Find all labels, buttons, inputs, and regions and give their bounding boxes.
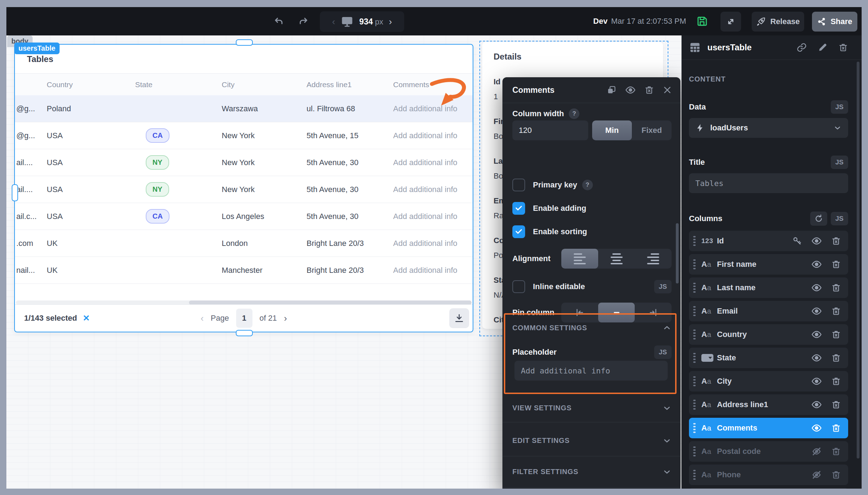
section-filter-settings[interactable]: FILTER SETTINGS — [502, 456, 680, 488]
column-header-city[interactable]: City — [215, 80, 300, 89]
placeholder-input[interactable]: Add additional info — [514, 361, 668, 381]
cell-country[interactable]: UK — [40, 239, 129, 248]
canvas[interactable]: Details Id1FirsBobLasBogEmRafCouPol.StaN… — [6, 35, 681, 489]
cell-state[interactable]: CA — [129, 128, 215, 143]
delete-component-icon[interactable] — [838, 43, 848, 52]
section-edit-settings[interactable]: EDIT SETTINGS — [502, 425, 680, 456]
align-right-option[interactable] — [635, 249, 672, 269]
cell-email[interactable]: .com — [15, 239, 40, 248]
cell-address[interactable]: Bright Lane 20/3 — [300, 239, 387, 248]
enable-sorting-checkbox[interactable] — [512, 225, 525, 238]
section-view-settings[interactable]: VIEW SETTINGS — [502, 394, 680, 422]
cell-address[interactable]: 5th Avenue, 30 — [300, 212, 387, 221]
column-item-credit-limit[interactable]: 123Credit limit — [689, 488, 848, 489]
users-table-tag[interactable]: usersTable — [14, 43, 60, 54]
table-row[interactable]: ail....USANYNew York5th Avenue, 30Add ad… — [15, 176, 473, 203]
cell-address[interactable]: 5th Avenue, 30 — [300, 185, 387, 194]
column-item-comments[interactable]: AaComments — [689, 418, 848, 438]
enable-sorting-row[interactable]: Enable sorting — [512, 225, 672, 238]
cell-state[interactable]: NY — [129, 182, 215, 197]
cell-city[interactable]: Warszawa — [215, 104, 300, 113]
visible-icon[interactable] — [811, 376, 822, 387]
column-header-address-line1[interactable]: Address line1 — [300, 80, 387, 89]
cell-city[interactable]: London — [215, 239, 300, 248]
refresh-columns-button[interactable] — [810, 212, 827, 226]
drag-handle-icon[interactable] — [693, 376, 696, 386]
help-icon[interactable]: ? — [569, 108, 579, 119]
visible-icon[interactable] — [811, 236, 822, 246]
alignment-toggle[interactable] — [561, 249, 672, 269]
drag-handle-icon[interactable] — [693, 400, 696, 410]
cell-city[interactable]: New York — [215, 185, 300, 194]
drag-handle-icon[interactable] — [693, 259, 696, 269]
primary-key-row[interactable]: Primary key ? — [512, 179, 672, 191]
prev-page-chevron[interactable]: ‹ — [201, 313, 204, 324]
column-header-comments[interactable]: Comments — [387, 80, 473, 89]
js-badge[interactable]: JS — [831, 212, 848, 225]
redo-button[interactable] — [294, 12, 313, 31]
delete-column-icon[interactable] — [831, 470, 841, 480]
cell-country[interactable]: USA — [40, 158, 129, 167]
cell-address[interactable]: Bright Lane 20/3 — [300, 266, 387, 275]
align-center-option[interactable] — [598, 249, 635, 269]
share-button[interactable]: Share — [812, 12, 857, 32]
delete-column-icon[interactable] — [831, 236, 841, 246]
delete-column-icon[interactable] — [831, 353, 841, 363]
column-item-first-name[interactable]: AaFirst name — [689, 254, 848, 275]
table-row[interactable]: @g...PolandWarszawaul. Filtrowa 68Add ad… — [15, 95, 473, 122]
drag-handle-icon[interactable] — [693, 306, 696, 316]
cell-country[interactable]: UK — [40, 266, 129, 275]
cell-address[interactable]: 5th Avenue, 15 — [300, 131, 387, 140]
fullscreen-button[interactable] — [720, 12, 741, 32]
column-header-country[interactable]: Country — [40, 80, 129, 89]
column-item-postal-code[interactable]: AaPostal code — [689, 441, 848, 462]
js-badge[interactable]: JS — [654, 280, 672, 293]
inline-editable-row[interactable]: Inline editable JS — [512, 280, 672, 293]
width-mode-toggle[interactable]: MinFixed — [592, 120, 672, 140]
inline-editable-checkbox[interactable] — [512, 280, 525, 293]
edit-icon[interactable] — [818, 43, 828, 52]
delete-column-icon[interactable] — [831, 400, 841, 410]
drag-handle-icon[interactable] — [693, 423, 696, 433]
sidebar-scrollbar[interactable] — [857, 62, 859, 459]
cell-state[interactable]: CA — [129, 209, 215, 224]
align-left-option[interactable] — [561, 249, 598, 269]
visible-icon[interactable] — [811, 423, 822, 433]
column-item-city[interactable]: AaCity — [689, 371, 848, 392]
drag-handle-icon[interactable] — [693, 353, 696, 363]
drag-handle-icon[interactable] — [693, 470, 696, 480]
table-row[interactable]: @g...USACANew York5th Avenue, 15Add addi… — [15, 122, 473, 149]
delete-column-icon[interactable] — [831, 306, 841, 316]
column-width-input[interactable]: 120 — [512, 120, 588, 140]
cell-address[interactable]: 5th Avenue, 30 — [300, 158, 387, 167]
cell-comments[interactable]: Add additional info — [387, 158, 473, 167]
cell-comments[interactable]: Add additional info — [387, 212, 473, 221]
delete-icon[interactable] — [644, 85, 654, 95]
data-source-dropdown[interactable]: loadUsers — [689, 118, 848, 138]
width-mode-min[interactable]: Min — [592, 120, 632, 140]
cell-city[interactable]: Manchester — [215, 266, 300, 275]
cell-address[interactable]: ul. Filtrowa 68 — [300, 104, 387, 113]
column-item-last-name[interactable]: AaLast name — [689, 277, 848, 298]
next-page-chevron[interactable]: › — [284, 313, 287, 324]
visible-icon[interactable] — [811, 353, 822, 363]
cell-country[interactable]: USA — [40, 185, 129, 194]
cell-comments[interactable]: Add additional info — [387, 266, 473, 275]
js-badge[interactable]: JS — [654, 345, 672, 359]
cell-email[interactable]: ail.c... — [15, 212, 40, 221]
visibility-icon[interactable] — [625, 85, 636, 95]
download-button[interactable] — [449, 308, 469, 328]
visible-icon[interactable] — [811, 399, 822, 410]
primary-key-checkbox[interactable] — [512, 179, 525, 191]
column-item-phone[interactable]: AaPhone — [689, 465, 848, 485]
resize-handle-top[interactable] — [236, 39, 253, 46]
cell-email[interactable]: ail.... — [15, 158, 40, 167]
cell-comments[interactable]: Add additional info — [387, 185, 473, 194]
width-mode-fixed[interactable]: Fixed — [632, 120, 672, 140]
js-badge[interactable]: JS — [831, 156, 848, 169]
delete-column-icon[interactable] — [831, 423, 841, 433]
cell-country[interactable]: USA — [40, 131, 129, 140]
common-settings-header[interactable]: COMMON SETTINGS — [512, 323, 672, 332]
delete-column-icon[interactable] — [831, 446, 841, 456]
undo-button[interactable] — [269, 12, 289, 31]
